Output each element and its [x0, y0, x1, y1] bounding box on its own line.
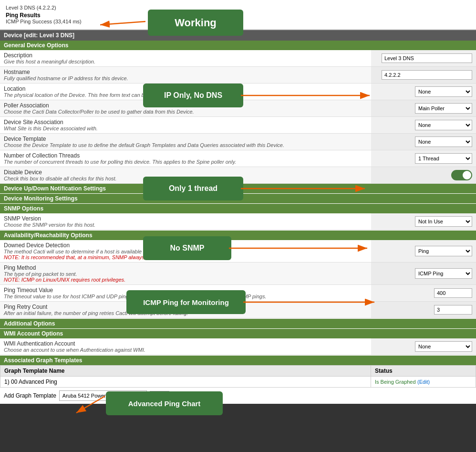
snmp-version-hint: Choose the SNMP version for this host. [4, 222, 367, 228]
general-options-bar: General Device Options [0, 41, 476, 50]
additional-options-bar: Additional Options [0, 319, 476, 328]
downed-hint2: NOTE: It is recommended that, at a minim… [4, 254, 367, 260]
ping-retry-input[interactable] [434, 305, 472, 315]
level-dns-title: Level 3 DNS (4.2.2.2) [6, 5, 470, 11]
ping-retry-row: Ping Retry Count After an initial failur… [0, 302, 476, 318]
disable-hint: Check this box to disable all checks for… [4, 176, 367, 181]
ping-method-hint2: NOTE: ICMP on Linux/UNIX requires root p… [4, 277, 367, 283]
ping-method-label: Ping Method [4, 264, 367, 271]
ping-retry-label: Ping Retry Count [4, 304, 367, 310]
threads-label: Number of Collection Threads [4, 152, 367, 159]
graph-template-table: Graph Template Name Status 1) 00 Advance… [0, 365, 476, 388]
snmp-version-select[interactable]: Not In Use Version 1 Version 2 Version 3 [415, 216, 472, 227]
graph-template-name: 1) 00 Advanced Ping [0, 377, 371, 388]
threads-row: Number of Collection Threads The number … [0, 150, 476, 167]
ping-results-label: Ping Results [6, 12, 82, 19]
template-select[interactable]: None [415, 137, 472, 147]
hostname-input[interactable] [382, 70, 472, 80]
device-monitoring-bar: Device Monitoring Settings [0, 194, 476, 203]
poller-hint: Choose the Cacti Data Collector/Poller t… [4, 109, 367, 115]
ping-timeout-row: Ping Timeout Value The timeout value to … [0, 285, 476, 302]
ping-area: Level 3 DNS (4.2.2.2) Ping Results ICMP … [0, 0, 476, 30]
graph-template-name-col: Graph Template Name [0, 366, 371, 377]
snmp-options-bar: SNMP Options [0, 204, 476, 213]
table-row: 1) 00 Advanced Ping Is Being Graphed (Ed… [0, 377, 476, 388]
wmi-auth-hint: Choose an account to use when Authentica… [4, 347, 367, 353]
threads-hint: The number of concurrent threads to use … [4, 159, 367, 165]
snmp-version-label: SNMP Version [4, 215, 367, 222]
page-wrapper: Level 3 DNS (4.2.2.2) Ping Results ICMP … [0, 0, 476, 404]
add-graph-button[interactable]: Add [150, 391, 170, 400]
graph-template-edit-link[interactable]: (Edit) [417, 379, 430, 385]
device-title-bar: Device [edit: Level 3 DNS] [0, 30, 476, 41]
ping-method-select[interactable]: ICMP Ping UDP Ping TCP Ping [415, 268, 472, 279]
location-label: Location [4, 85, 367, 92]
downed-select[interactable]: Ping SNMP Both None [415, 246, 472, 256]
disable-toggle[interactable] [451, 170, 472, 180]
location-hint: The physical location of the Device. Thi… [4, 92, 367, 98]
ping-text-block: Level 3 DNS (4.2.2.2) Ping Results ICMP … [6, 5, 470, 24]
poller-select[interactable]: Main Poller [415, 103, 472, 114]
graph-template-status-cell: Is Being Graphed (Edit) [371, 377, 476, 388]
wmi-auth-label: WMI Authentication Account [4, 340, 367, 347]
ping-timeout-label: Ping Timeout Value [4, 287, 367, 294]
snmp-version-row: SNMP Version Choose the SNMP version for… [0, 213, 476, 230]
device-updown-bar: Device Up/Down Notification Settings [0, 184, 476, 193]
graph-template-status-col: Status [371, 366, 476, 377]
location-select[interactable]: None [415, 86, 472, 97]
ping-method-hint: The type of ping packet to sent. [4, 271, 367, 277]
site-select[interactable]: None [415, 120, 472, 130]
template-label: Device Template [4, 136, 367, 142]
threads-select[interactable]: 1 Thread 2 Threads 4 Threads [415, 153, 472, 164]
hostname-label: Hostname [4, 69, 367, 75]
availability-bar: Availability/Reachability Options [0, 231, 476, 240]
ping-success-text: ICMP Ping Success (33,414 ms) [6, 19, 82, 24]
wmi-account-bar: WMI Account Options [0, 329, 476, 338]
downed-hint: The method Cacti will use to determine i… [4, 249, 367, 254]
disable-label: Disable Device [4, 169, 367, 176]
graph-template-status-text: Is Being Graphed [375, 379, 416, 385]
location-row: Location The physical location of the De… [0, 84, 476, 100]
hostname-row: Hostname Fully qualified hostname or IP … [0, 67, 476, 84]
site-hint: What Site is this Device associated with… [4, 126, 367, 131]
add-graph-label: Add Graph Template [4, 392, 56, 399]
disable-row: Disable Device Check this box to disable… [0, 167, 476, 184]
wmi-auth-row: WMI Authentication Account Choose an acc… [0, 338, 476, 355]
template-row: Device Template Choose the Device Templa… [0, 134, 476, 150]
ping-method-row: Ping Method The type of ping packet to s… [0, 263, 476, 285]
description-input[interactable] [382, 53, 472, 63]
poller-row: Poller Association Choose the Cacti Data… [0, 100, 476, 117]
description-label: Description [4, 52, 367, 59]
template-hint: Choose the Device Template to use to def… [4, 142, 367, 148]
description-row: Description Give this host a meaningful … [0, 50, 476, 67]
site-label: Device Site Association [4, 119, 367, 126]
add-graph-row: Add Graph Template Aruba 5412 Power Supp… [0, 388, 476, 404]
site-row: Device Site Association What Site is thi… [0, 117, 476, 134]
wmi-auth-select[interactable]: None [415, 341, 472, 352]
description-hint: Give this host a meaningful description. [4, 59, 367, 64]
ping-retry-hint: After an initial failure, the number of … [4, 310, 367, 316]
downed-label: Downed Device Detection [4, 242, 367, 249]
hostname-hint: Fully qualified hostname or IP address f… [4, 75, 367, 81]
graph-templates-bar: Associated Graph Templates [0, 356, 476, 365]
ping-timeout-hint: The timeout value to use for host ICMP a… [4, 294, 367, 299]
add-graph-select[interactable]: Aruba 5412 Power Supply Temp [59, 390, 147, 401]
downed-row: Downed Device Detection The method Cacti… [0, 240, 476, 263]
ping-timeout-input[interactable] [434, 288, 472, 298]
poller-label: Poller Association [4, 102, 367, 109]
